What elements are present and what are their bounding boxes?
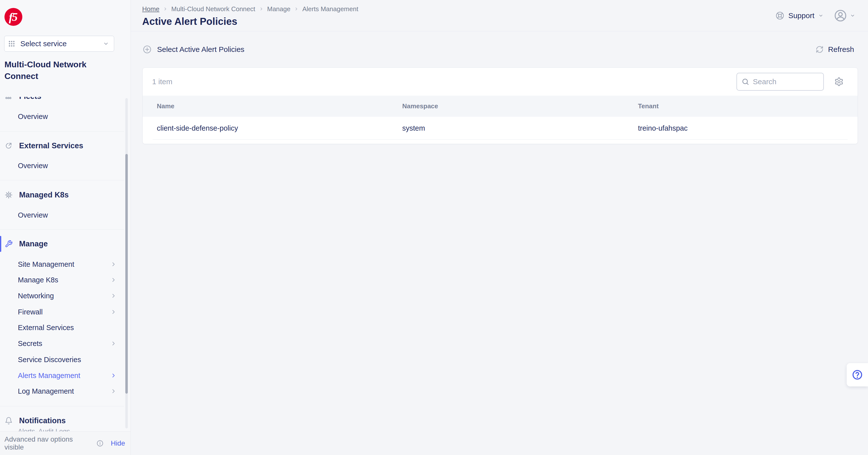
sidebar-item-service-discoveries[interactable]: Service Discoveries: [0, 352, 130, 368]
sidebar-section-label: Manage: [19, 239, 48, 248]
sidebar-item-managed-k8s-overview[interactable]: Overview: [0, 207, 130, 223]
f5-logo[interactable]: f5: [4, 8, 22, 26]
sidebar-footer: Advanced nav options visible Hide: [0, 431, 130, 455]
sidebar-item-firewall[interactable]: Firewall: [0, 304, 130, 320]
divider: [0, 229, 124, 230]
account-menu[interactable]: [834, 9, 855, 22]
search-input[interactable]: [753, 78, 819, 86]
apps-grid-icon: [8, 40, 16, 48]
sidebar-item-log-management[interactable]: Log Management: [0, 383, 130, 399]
chevron-right-icon: [259, 7, 263, 11]
sidebar-section-label: Managed K8s: [19, 191, 69, 199]
support-label: Support: [788, 11, 814, 20]
sidebar-item-label: Service Discoveries: [18, 356, 81, 364]
active-section-indicator: [0, 236, 1, 252]
page-toolbar: Select Active Alert Policies Refresh: [131, 31, 868, 67]
f5-logo-text: f5: [9, 10, 17, 24]
table-header-row: Name Namespace Tenant: [143, 95, 858, 117]
chevron-down-icon: [818, 13, 823, 18]
sidebar-section-label: Notifications: [19, 416, 66, 425]
page-header: Home Multi-Cloud Network Connect Manage …: [131, 0, 868, 31]
sidebar-item-label: Site Management: [18, 260, 74, 268]
chevron-right-icon: [111, 309, 116, 315]
sidebar-nav: Fleets Overview External Services Overvi…: [0, 97, 130, 431]
product-title: Multi-Cloud Network Connect: [4, 59, 114, 82]
refresh-label: Refresh: [828, 45, 854, 54]
sidebar-item-external-services[interactable]: External Services: [0, 320, 130, 336]
chevron-right-icon: [163, 7, 167, 11]
chevron-right-icon: [111, 341, 116, 346]
life-buoy-icon: [775, 11, 784, 20]
service-selector[interactable]: Select service: [4, 36, 114, 52]
column-header-name[interactable]: Name: [157, 102, 402, 110]
sidebar-item-networking[interactable]: Networking: [0, 288, 130, 304]
breadcrumb-manage[interactable]: Manage: [267, 5, 290, 13]
sidebar-section-label: External Services: [19, 141, 83, 150]
hide-advanced-nav-link[interactable]: Hide: [111, 439, 125, 447]
sidebar-item-site-management[interactable]: Site Management: [0, 256, 130, 272]
sidebar-scrollbar[interactable]: [125, 98, 128, 428]
breadcrumb-home[interactable]: Home: [142, 5, 159, 13]
sidebar-section-managed-k8s[interactable]: Managed K8s: [0, 187, 130, 203]
divider: [0, 180, 124, 180]
policies-table-card: 1 item Name Namespace Tenant: [143, 67, 858, 144]
sidebar-item-label: Overview: [18, 162, 48, 170]
table-settings-gear-icon[interactable]: [834, 77, 844, 86]
help-button[interactable]: [847, 363, 868, 387]
scrollbar-thumb[interactable]: [125, 154, 128, 394]
chevron-right-icon: [111, 277, 116, 283]
main-area: Home Multi-Cloud Network Connect Manage …: [131, 0, 868, 455]
search-icon: [741, 78, 749, 86]
sidebar-section-manage[interactable]: Manage: [0, 236, 130, 252]
items-count: 1 item: [152, 78, 737, 86]
sidebar-item-alerts-management[interactable]: Alerts Management: [0, 368, 130, 383]
chevron-down-icon: [850, 13, 855, 18]
chevron-right-icon: [294, 7, 298, 11]
chevron-right-icon: [111, 373, 116, 378]
sidebar-item-label: Firewall: [18, 308, 43, 316]
sidebar-item-label: Manage K8s: [18, 276, 58, 284]
chevron-right-icon: [111, 389, 116, 394]
header-left: Home Multi-Cloud Network Connect Manage …: [142, 0, 358, 31]
select-active-alert-policies-button[interactable]: Select Active Alert Policies: [143, 45, 244, 54]
refresh-icon: [816, 46, 824, 53]
table-row[interactable]: client-side-defense-policy system treino…: [143, 117, 858, 140]
cell-namespace: system: [402, 124, 638, 132]
sidebar-item-label: Overview: [18, 211, 48, 219]
sidebar-item-label: Secrets: [18, 340, 42, 348]
column-header-tenant[interactable]: Tenant: [638, 102, 858, 110]
sidebar-section-label: Fleets: [19, 97, 41, 101]
chevron-right-icon: [111, 261, 116, 267]
column-header-namespace[interactable]: Namespace: [402, 102, 638, 110]
sidebar-item-manage-k8s[interactable]: Manage K8s: [0, 272, 130, 288]
sidebar-item-external-services-overview[interactable]: Overview: [0, 158, 130, 174]
header-right: Support: [775, 0, 855, 31]
cell-tenant: treino-ufahspac: [638, 124, 858, 132]
bell-icon: [5, 417, 13, 425]
breadcrumb-alerts-management[interactable]: Alerts Management: [302, 5, 358, 13]
wrench-icon: [5, 240, 13, 248]
sidebar-item-fleets-overview[interactable]: Overview: [0, 109, 130, 124]
question-circle-icon: [851, 369, 863, 380]
sidebar: f5 Select service Multi-Cloud Network Co…: [0, 0, 131, 455]
chevron-down-icon: [103, 41, 109, 47]
info-icon[interactable]: [96, 439, 104, 447]
support-menu[interactable]: Support: [775, 11, 823, 20]
advanced-nav-note: Advanced nav options visible: [4, 435, 91, 451]
table-toolbar: 1 item: [143, 68, 858, 95]
sidebar-section-fleets[interactable]: Fleets: [0, 97, 130, 104]
divider: [0, 406, 124, 406]
refresh-button[interactable]: Refresh: [816, 45, 854, 54]
sidebar-item-label: Overview: [18, 113, 48, 121]
sidebar-item-secrets[interactable]: Secrets: [0, 336, 130, 351]
shield-arrow-icon: [5, 142, 13, 150]
sidebar-item-label: External Services: [18, 323, 74, 332]
sidebar-section-notifications[interactable]: Notifications: [0, 413, 130, 429]
table-search[interactable]: [737, 73, 824, 91]
breadcrumb-mcn-connect[interactable]: Multi-Cloud Network Connect: [171, 5, 255, 13]
select-button-label: Select Active Alert Policies: [157, 45, 244, 54]
cell-name[interactable]: client-side-defense-policy: [157, 124, 402, 132]
sidebar-section-external-services[interactable]: External Services: [0, 138, 130, 154]
plus-circle-icon: [143, 45, 152, 54]
page-title: Active Alert Policies: [142, 16, 358, 27]
